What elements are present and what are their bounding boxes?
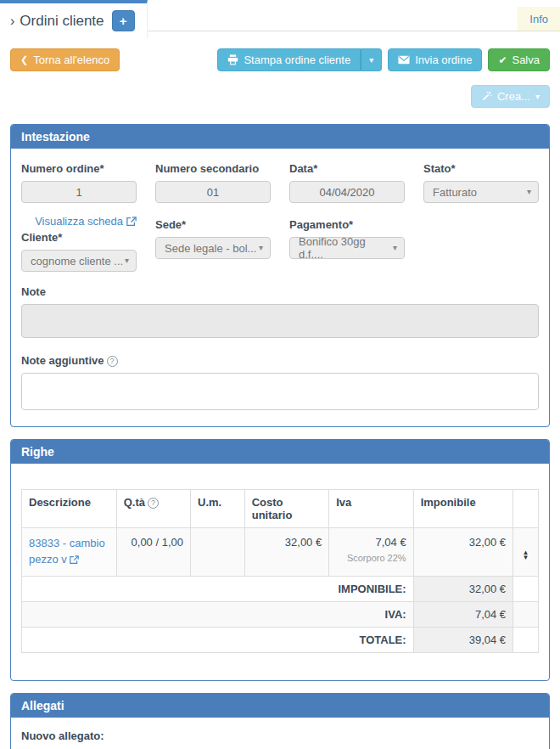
- summary-row-totale: TOTALE: 39,04 €: [22, 627, 539, 652]
- rows-panel: Righe Descrizione Q.tà? U.m. Costo unita…: [10, 439, 550, 681]
- note-aggiuntive-textarea[interactable]: [21, 373, 539, 410]
- cell-imponibile: 32,00 €: [413, 528, 512, 577]
- cell-costo-unitario: 32,00 €: [244, 528, 328, 577]
- print-button-label: Stampa ordine cliente: [244, 54, 350, 66]
- plus-icon: +: [120, 14, 127, 28]
- breadcrumb-chevron-icon: ›: [10, 14, 14, 29]
- summary-empty-cell: [513, 576, 539, 601]
- field-numero-ordine: Numero ordine*: [21, 159, 137, 203]
- summary-value: 39,04 €: [413, 627, 512, 652]
- note-aggiuntive-label: Note aggiuntive?: [21, 354, 539, 367]
- note-label: Note: [21, 285, 539, 298]
- col-header-descrizione: Descrizione: [22, 490, 117, 528]
- cell-qta: 0,00 / 1,00: [116, 528, 190, 577]
- stato-select: Fatturato ▾: [423, 181, 539, 203]
- summary-row-iva: IVA: 7,04 €: [22, 601, 539, 627]
- printer-icon: [227, 54, 238, 65]
- order-lines-table: Descrizione Q.tà? U.m. Costo unitario Iv…: [21, 489, 539, 653]
- field-pagamento: Pagamento* Bonifico 30gg d.f.... ▾: [289, 215, 405, 272]
- col-header-costo-unitario: Costo unitario: [244, 490, 328, 528]
- col-header-um: U.m.: [191, 490, 245, 528]
- caret-down-icon: ▾: [393, 244, 397, 252]
- summary-label: IVA:: [22, 601, 414, 627]
- summary-empty-cell: [513, 627, 539, 652]
- header-panel-title: Intestazione: [11, 125, 549, 149]
- tab-bar: › Ordini cliente + Info: [0, 0, 560, 31]
- attachments-panel-title: Allegati: [11, 694, 549, 718]
- col-header-handle: [513, 490, 539, 528]
- tab-ordini-cliente[interactable]: › Ordini cliente +: [0, 0, 148, 38]
- line-item-link[interactable]: 83833 - cambio pezzo v: [29, 537, 105, 566]
- header-panel-body: Numero ordine* Numero secondario Data* S…: [11, 149, 549, 426]
- summary-empty-cell: [513, 601, 539, 627]
- magic-wand-icon: [481, 91, 492, 102]
- field-cliente: Visualizza scheda Cliente* cognome clien…: [21, 215, 137, 272]
- add-order-button[interactable]: +: [112, 10, 135, 31]
- chevron-left-icon: ❮: [20, 54, 28, 65]
- view-customer-link-label: Visualizza scheda: [35, 215, 123, 228]
- sede-select: Sede legale - bol... ▾: [155, 237, 271, 259]
- summary-label: IMPONIBILE:: [22, 576, 414, 601]
- caret-down-icon: ▾: [259, 244, 263, 252]
- print-order-button[interactable]: Stampa ordine cliente: [217, 48, 361, 71]
- create-row: Crea... ▾: [10, 85, 550, 108]
- col-header-imponibile: Imponibile: [413, 490, 512, 528]
- print-options-caret-button[interactable]: ▾: [361, 48, 382, 71]
- field-sede: Sede* Sede legale - bol... ▾: [155, 215, 271, 272]
- back-to-list-button[interactable]: ❮ Torna all'elenco: [10, 48, 120, 71]
- cell-drag-handle: ▴ ▾: [513, 528, 539, 577]
- page-title: Ordini cliente: [20, 13, 104, 30]
- check-icon: ✔: [498, 54, 507, 66]
- sede-label: Sede*: [155, 218, 271, 231]
- header-form-row-1: Numero ordine* Numero secondario Data* S…: [21, 159, 539, 203]
- line-item-link-label: 83833 - cambio pezzo v: [29, 537, 105, 566]
- summary-value: 32,00 €: [413, 576, 512, 601]
- cliente-select: cognome cliente ... ▾: [21, 250, 137, 272]
- cell-um: [191, 528, 245, 577]
- envelope-icon: [398, 55, 410, 65]
- cell-descrizione: 83833 - cambio pezzo v: [22, 528, 117, 577]
- toolbar-right-group: Stampa ordine cliente ▾ Invia ordine ✔ S…: [217, 48, 550, 71]
- tab-info-label: Info: [529, 13, 548, 25]
- print-split-button: Stampa ordine cliente ▾: [217, 48, 382, 71]
- view-customer-link[interactable]: Visualizza scheda: [21, 215, 137, 228]
- back-button-label: Torna all'elenco: [33, 54, 109, 66]
- save-button[interactable]: ✔ Salva: [488, 48, 550, 71]
- col-header-iva: Iva: [329, 490, 413, 528]
- summary-row-imponibile: IMPONIBILE: 32,00 €: [22, 576, 539, 601]
- data-input: [289, 181, 405, 203]
- create-dropdown-button[interactable]: Crea... ▾: [471, 85, 550, 108]
- table-row: 83833 - cambio pezzo v 0,00 / 1,00 32,00…: [22, 528, 539, 577]
- attachments-panel: Allegati Nuovo allegato: Scegli file Nes…: [10, 693, 550, 749]
- rows-panel-title: Righe: [11, 440, 549, 464]
- field-stato: Stato* Fatturato ▾: [423, 159, 539, 203]
- col-header-qta: Q.tà?: [116, 490, 190, 528]
- note-aggiuntive-label-text: Note aggiuntive: [21, 354, 104, 367]
- numero-ordine-label: Numero ordine*: [21, 162, 137, 175]
- new-attachment-label: Nuovo allegato:: [21, 729, 539, 742]
- tab-spacer: [148, 7, 518, 31]
- header-form-row-2: Visualizza scheda Cliente* cognome clien…: [21, 215, 539, 272]
- iva-value: 7,04 €: [375, 536, 406, 549]
- help-icon[interactable]: ?: [107, 356, 118, 367]
- qta-header-text: Q.tà: [124, 496, 145, 509]
- summary-label: TOTALE:: [22, 627, 414, 652]
- iva-note: Scorporo 22%: [336, 553, 406, 563]
- numero-ordine-input: [21, 181, 137, 203]
- table-header-row: Descrizione Q.tà? U.m. Costo unitario Iv…: [22, 490, 539, 528]
- sort-handle-icon[interactable]: ▴ ▾: [524, 549, 528, 560]
- external-link-icon: [70, 555, 79, 565]
- caret-down-icon: ▾: [369, 56, 373, 65]
- sede-select-value: Sede legale - bol...: [165, 242, 256, 255]
- external-link-icon: [126, 217, 137, 227]
- cliente-select-value: cognome cliente ...: [31, 255, 123, 268]
- caret-down-icon: ▾: [527, 188, 531, 196]
- tab-info[interactable]: Info: [518, 7, 560, 31]
- note-textarea: [21, 304, 539, 338]
- summary-value: 7,04 €: [413, 601, 512, 627]
- field-note: Note: [21, 285, 539, 341]
- caret-down-icon: ▾: [125, 256, 129, 265]
- rows-panel-body: Descrizione Q.tà? U.m. Costo unitario Iv…: [11, 464, 549, 680]
- send-order-button[interactable]: Invia ordine: [388, 48, 482, 71]
- help-icon[interactable]: ?: [148, 498, 159, 509]
